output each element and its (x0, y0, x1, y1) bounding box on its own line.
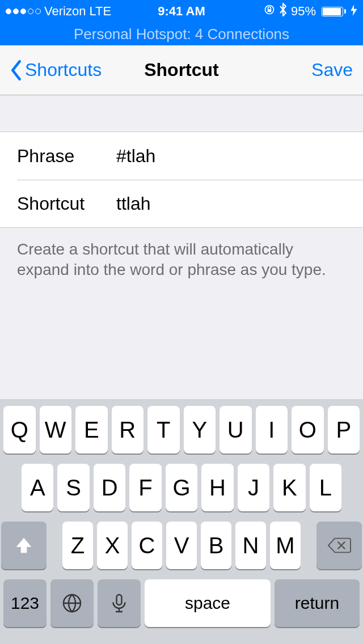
key-p[interactable]: P (328, 406, 360, 454)
chevron-left-icon (10, 60, 23, 80)
hotspot-bar[interactable]: Personal Hotspot: 4 Connections (0, 23, 363, 45)
key-d[interactable]: D (94, 464, 125, 511)
back-label: Shortcuts (25, 60, 102, 80)
key-w[interactable]: W (40, 406, 72, 454)
section-spacer (0, 95, 363, 132)
globe-icon (62, 593, 82, 613)
help-text: Create a shortcut that will automaticall… (0, 228, 363, 292)
globe-key[interactable] (50, 579, 94, 627)
space-key[interactable]: space (145, 579, 271, 627)
battery-percent-label: 95% (291, 4, 316, 19)
bluetooth-icon (278, 3, 288, 20)
key-n[interactable]: N (235, 522, 266, 569)
key-y[interactable]: Y (184, 406, 216, 454)
dictation-key[interactable] (98, 579, 141, 627)
key-a[interactable]: A (22, 464, 53, 511)
microphone-icon (109, 593, 129, 613)
signal-strength-icon (6, 9, 41, 14)
network-label: LTE (89, 4, 111, 19)
key-g[interactable]: G (166, 464, 197, 511)
numbers-key[interactable]: 123 (3, 579, 47, 627)
shortcut-field[interactable] (116, 193, 346, 214)
charging-icon (351, 5, 357, 19)
key-i[interactable]: I (256, 406, 288, 454)
svg-rect-1 (268, 9, 272, 12)
shift-key[interactable] (1, 522, 47, 569)
keyboard-row-2: ASDFGHJKL (3, 464, 360, 511)
status-left: Verizon LTE (6, 4, 158, 19)
key-x[interactable]: X (97, 522, 128, 569)
save-button[interactable]: Save (311, 60, 353, 80)
keyboard-row-4: 123 space return (3, 579, 360, 627)
key-j[interactable]: J (238, 464, 269, 511)
rotation-lock-icon (264, 4, 275, 19)
keyboard-row-3: ZXCVBNM (3, 522, 360, 569)
phrase-row[interactable]: Phrase (0, 132, 363, 180)
shortcut-label: Shortcut (17, 193, 116, 214)
carrier-label: Verizon (44, 4, 86, 19)
keyboard: QWERTYUIOP ASDFGHJKL ZXCVBNM 123 space r… (0, 399, 363, 644)
keyboard-row-1: QWERTYUIOP (3, 406, 360, 454)
phrase-label: Phrase (17, 146, 116, 167)
shortcut-row[interactable]: Shortcut (17, 180, 363, 227)
key-z[interactable]: Z (62, 522, 93, 569)
key-u[interactable]: U (220, 406, 252, 454)
shortcut-form: Phrase Shortcut (0, 132, 363, 228)
status-right: 95% (205, 3, 357, 20)
key-h[interactable]: H (201, 464, 233, 511)
phrase-field[interactable] (116, 146, 346, 167)
backspace-key[interactable] (316, 522, 362, 569)
return-key[interactable]: return (275, 579, 360, 627)
shift-icon (15, 536, 33, 554)
nav-bar: Shortcuts Shortcut Save (0, 45, 363, 95)
clock-label: 9:41 AM (158, 4, 205, 19)
key-q[interactable]: Q (3, 406, 36, 454)
key-k[interactable]: K (273, 464, 305, 511)
key-l[interactable]: L (310, 464, 341, 511)
status-bar: Verizon LTE 9:41 AM 95% (0, 0, 363, 23)
hotspot-label: Personal Hotspot: 4 Connections (74, 26, 289, 43)
key-t[interactable]: T (147, 406, 180, 454)
key-s[interactable]: S (57, 464, 89, 511)
key-c[interactable]: C (132, 522, 162, 569)
svg-rect-3 (117, 595, 122, 605)
key-o[interactable]: O (292, 406, 324, 454)
key-m[interactable]: M (270, 522, 301, 569)
key-b[interactable]: B (201, 522, 231, 569)
battery-icon (319, 7, 346, 16)
key-r[interactable]: R (112, 406, 144, 454)
key-f[interactable]: F (129, 464, 161, 511)
key-e[interactable]: E (75, 406, 108, 454)
backspace-icon (327, 537, 351, 554)
back-button[interactable]: Shortcuts (10, 60, 102, 80)
key-v[interactable]: V (166, 522, 197, 569)
